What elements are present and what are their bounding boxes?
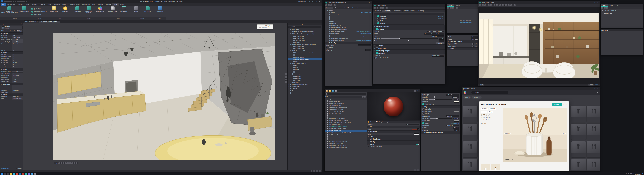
settings-engine-value[interactable]: Default V-Ray Denoiser▾	[427, 31, 444, 32]
settings-gear-icon[interactable]	[414, 90, 416, 92]
section-icon[interactable]	[24, 0, 25, 2]
ribbon-button-asset-editor[interactable]: Asset Editor	[72, 6, 83, 17]
appearance-item-acciaio-carbonio[interactable]: Acciaio, carbonio	[324, 18, 372, 20]
revit-icon[interactable]	[19, 173, 21, 175]
measure-icon[interactable]	[15, 0, 16, 2]
browser-item-elevations-prospetti[interactable]: ▾Elevations (Prospetti)	[288, 62, 322, 65]
settings-radius-value[interactable]: 5,00	[439, 40, 444, 42]
tag-icon[interactable]	[17, 0, 18, 2]
property-sun-path[interactable]: Sun Path☐	[0, 49, 23, 52]
settings-extra-texture-checkbox[interactable]	[376, 47, 378, 49]
material-preview[interactable]	[367, 92, 420, 121]
settings-zdepth[interactable]: ▸ZDepth	[373, 44, 445, 47]
appearance-media-height-value[interactable]: ▾	[358, 44, 371, 46]
expander-icon[interactable]: ▸	[375, 23, 377, 24]
browser-item-interno-cucina[interactable]: Interno_Cucina	[288, 56, 322, 58]
property-parts-visibility[interactable]: Parts VisibilityShow Original	[0, 37, 23, 39]
enable-checkbox[interactable]	[377, 20, 379, 22]
ribbon-button-resolution-1466-x-800[interactable]: Resolution: 1466 x 800	[31, 10, 47, 13]
viewport-3d-render[interactable]	[53, 33, 275, 160]
material-item-steel-brushed-5cm[interactable]: Steel Brushed 5cm	[324, 134, 366, 136]
zoom-out-icon[interactable]	[510, 4, 512, 6]
settings-light-mix[interactable]: ▾Light Mix	[373, 52, 445, 54]
light-show-sun-disk-checkbox[interactable]	[422, 104, 424, 105]
settings-group-by-value[interactable]: Family Type▾	[432, 55, 444, 57]
expander-icon[interactable]: ▸	[288, 90, 290, 92]
thin-lines-icon[interactable]	[26, 0, 27, 2]
properties-section-extents[interactable]: ▾Extents	[0, 51, 23, 54]
browser-item-ovest[interactable]: Ovest	[288, 69, 322, 71]
appearance-item-calcestruzzo[interactable]: CalcestruzzoConcrete Simple 001 400...	[324, 35, 372, 37]
material-item-asphalt-001-100cm[interactable]: Asphalt 001 100cm	[324, 100, 366, 102]
history-tab-filters[interactable]: Filters	[454, 4, 461, 6]
temporary-hide-icon[interactable]	[74, 163, 75, 164]
material-item-concrete-floor-cracked-100cm[interactable]: Concrete Floor Cracked 100cm	[324, 107, 366, 109]
browser-item-interno-cucina-salotto[interactable]: Interno_Cucina_Salotto	[288, 58, 322, 60]
reset-settings-icon[interactable]	[386, 7, 388, 9]
close-detail-icon[interactable]: ×	[566, 104, 567, 106]
load-settings-icon[interactable]	[382, 7, 384, 9]
sun-path-icon[interactable]	[63, 163, 64, 164]
material-bump[interactable]: ▸Bump	[367, 143, 420, 145]
select-all-link[interactable]: select all	[438, 15, 443, 17]
appearance-tab-contours[interactable]: Contours	[356, 7, 365, 9]
material-item-parquet-strip-dark-04-90-200cm[interactable]: Parquet Strip Dark 04 90 200cm	[324, 119, 366, 121]
locked-3d-icon[interactable]	[72, 163, 73, 164]
channel-row-standard[interactable]: ▸Standardselect all	[374, 15, 444, 17]
expand-all-icon[interactable]	[328, 4, 330, 6]
appearance-tab-families[interactable]: Families	[334, 7, 342, 9]
light-brightness-value[interactable]: 0,5000	[453, 118, 459, 119]
browser-item-cutaway-assonometric-view-2[interactable]: Cutaway Assonometric View 2	[288, 54, 322, 56]
property-phase-filter[interactable]: Phase FilterMostra tutto	[0, 96, 23, 98]
zoom-icon[interactable]	[284, 78, 287, 81]
reset-overrides-icon[interactable]	[334, 4, 336, 6]
settings-update-button[interactable]: Update	[436, 42, 444, 44]
light-sky[interactable]: ▾Sky	[422, 105, 460, 108]
appearance-item-calcestruzzo-gettato-in-op[interactable]: Calcestruzzo - Gettato in op...	[324, 37, 372, 39]
lights-tab-icon[interactable]	[328, 90, 330, 92]
browser-item-views-tutto[interactable]: ▾Views (tutto)	[288, 29, 322, 31]
texture-slot-icon[interactable]	[418, 129, 419, 130]
browser-item-sezione-2[interactable]: Sezione 2	[288, 77, 322, 79]
close-tab-icon[interactable]: ×	[37, 21, 38, 22]
property-view-name[interactable]: View NameInterno_Cucina_Salotto	[0, 87, 23, 89]
settings-tab-paths-sharing[interactable]: Paths & Sharing	[403, 9, 416, 12]
layers-tab-log[interactable]: Log	[614, 4, 620, 6]
override-link[interactable]: Wood Planks - 90° 001 2...	[356, 31, 371, 32]
override-link[interactable]: Steel Brushed 5cm	[360, 12, 371, 13]
folder-icon[interactable]	[604, 7, 606, 9]
enable-checkbox[interactable]	[377, 22, 379, 24]
expand-panel-button[interactable]: »	[417, 169, 419, 171]
expander-icon[interactable]: ▸	[374, 50, 376, 51]
thumbnail-2[interactable]	[491, 164, 500, 171]
material-item-glass-thin-clear-001[interactable]: Glass Thin Clear 001	[324, 113, 366, 115]
settings-denoiser[interactable]: ▾Denoiser	[373, 28, 445, 30]
property-camera-position[interactable]: Camera PositionExplicit	[0, 81, 23, 83]
steering-wheel-icon[interactable]	[284, 73, 287, 75]
light-clouds[interactable]: Clouds	[422, 113, 460, 115]
save-image-icon[interactable]	[479, 4, 481, 6]
close-icon[interactable]: ×	[318, 23, 321, 25]
vendor-value[interactable]: Chaos ▾	[489, 108, 496, 110]
next-button[interactable]: Next	[562, 133, 566, 135]
previous-button[interactable]: Previous	[504, 133, 511, 135]
worksets-icon[interactable]	[310, 170, 312, 172]
property-scope-box[interactable]: Scope BoxNone	[0, 64, 23, 66]
settings-strength-slider[interactable]	[381, 38, 438, 39]
light-intensity-slider[interactable]	[429, 97, 451, 97]
scale-button[interactable]: 1:100	[55, 163, 58, 164]
view-tab-3-piano-terra[interactable]: 3 - Piano Terra×	[24, 20, 39, 23]
light-sun-size-slider[interactable]	[429, 99, 452, 100]
ribbon-tab-manage[interactable]: Manage	[96, 3, 104, 5]
property-target-elevation[interactable]: Target Elevation1.7300	[0, 79, 23, 81]
ribbon-tab-add-ins[interactable]: Add-Ins	[104, 3, 112, 5]
browser-item-sheets-tutto[interactable]: ▸Sheets (tutto)	[288, 86, 322, 88]
browser-item-schedules-quantities-tutto[interactable]: ▸Schedules/Quantities (tutto)	[288, 83, 322, 86]
properties-help-link[interactable]: Properties help	[1, 168, 9, 169]
visibility-eye-icon[interactable]	[602, 10, 603, 11]
material-item-chocolate-white-001[interactable]: Chocolate White 001	[324, 104, 366, 107]
tray-chevron-icon[interactable]: ^	[626, 173, 627, 175]
layers-tab-stats[interactable]: Stats	[608, 4, 614, 6]
material-item-tiles-old-beige-black-03-60cm[interactable]: Tiles Old Beige Black 03 60cm	[324, 140, 366, 142]
settings-preset-value[interactable]: Default▾	[432, 35, 444, 37]
